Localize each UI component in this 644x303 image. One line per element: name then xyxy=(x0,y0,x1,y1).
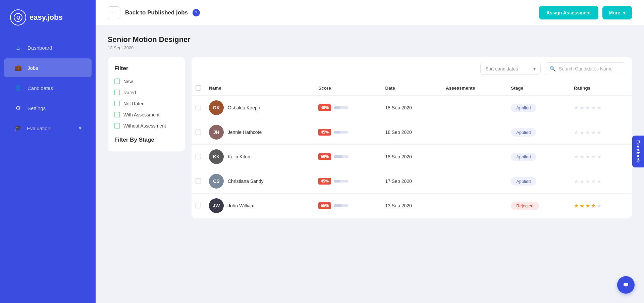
jobs-icon: 💼 xyxy=(14,64,22,72)
stage-badge: Applied xyxy=(511,128,536,137)
star-1: ★ xyxy=(574,203,579,209)
stage-badge: Applied xyxy=(511,104,536,112)
table-row: JW John William 55% 13 Sep 2020 Rejected… xyxy=(192,194,632,218)
row-checkbox[interactable] xyxy=(196,203,201,208)
star-rating[interactable]: ★★★★★ xyxy=(574,105,628,111)
row-checkbox[interactable] xyxy=(196,130,201,135)
sidebar-item-jobs[interactable]: 💼 Jobs xyxy=(4,58,92,77)
star-1: ★ xyxy=(574,129,579,136)
stage-cell: Applied xyxy=(507,120,570,145)
date-cell: 13 Sep 2020 xyxy=(381,194,442,218)
avatar: JW xyxy=(209,198,224,213)
stage-badge: Applied xyxy=(511,177,536,186)
filter-item-new[interactable]: New xyxy=(114,79,178,84)
assessments-cell xyxy=(442,120,507,145)
star-5: ★ xyxy=(597,154,601,160)
assessments-cell xyxy=(442,96,507,120)
filter-checkbox-not-rated[interactable] xyxy=(114,101,120,106)
col-date: Date xyxy=(381,81,442,96)
candidates-section: Sort candidates ▾ 🔍 Search Candidates Na… xyxy=(192,57,632,218)
name-cell: JW John William xyxy=(205,194,314,218)
score-bar xyxy=(334,180,348,183)
filter-checkbox-new[interactable] xyxy=(114,79,120,84)
star-rating[interactable]: ★★★★★ xyxy=(574,203,628,209)
star-4: ★ xyxy=(591,105,596,111)
more-button[interactable]: More ▾ xyxy=(602,6,632,19)
header-left: ← Back to Published jobs ? xyxy=(108,6,200,19)
assessments-cell xyxy=(442,194,507,218)
score-bar xyxy=(334,155,348,158)
feedback-tab[interactable]: Feedback xyxy=(632,136,644,168)
star-5: ★ xyxy=(597,178,601,185)
filter-label-not-rated: Not Rated xyxy=(123,101,145,106)
sort-dropdown[interactable]: Sort candidates ▾ xyxy=(480,63,541,75)
filter-item-not-rated[interactable]: Not Rated xyxy=(114,101,178,106)
score-badge: 59% xyxy=(318,153,331,160)
ratings-cell: ★★★★★ xyxy=(570,96,632,120)
filter-item-with-assessment[interactable]: With Assessment xyxy=(114,112,178,117)
svg-text:Q: Q xyxy=(16,15,20,20)
date-cell: 18 Sep 2020 xyxy=(381,96,442,120)
score-bar xyxy=(334,131,348,134)
ratings-cell: ★★★★★ xyxy=(570,194,632,218)
avatar: CS xyxy=(209,174,224,189)
row-checkbox[interactable] xyxy=(196,154,201,159)
row-checkbox-cell xyxy=(192,120,205,145)
star-2: ★ xyxy=(580,178,584,185)
row-checkbox[interactable] xyxy=(196,179,201,184)
filter-item-rated[interactable]: Rated xyxy=(114,90,178,95)
stage-cell: Applied xyxy=(507,96,570,120)
filter-checkbox-with-assessment[interactable] xyxy=(114,112,120,117)
star-5: ★ xyxy=(597,105,601,111)
name-cell: CS Christiana Sandy xyxy=(205,169,314,194)
info-icon[interactable]: ? xyxy=(193,9,200,16)
name-cell: OK Osbaldo Koepp xyxy=(205,96,314,120)
table-header-row: Sort candidates ▾ 🔍 Search Candidates Na… xyxy=(192,57,632,81)
table-row: OK Osbaldo Koepp 46% 18 Sep 2020 Applied… xyxy=(192,96,632,120)
name-cell: KK Kelin Kiton xyxy=(205,145,314,169)
filter-checkbox-rated[interactable] xyxy=(114,90,120,95)
filter-item-without-assessment[interactable]: Without Assessment xyxy=(114,123,178,129)
score-badge: 45% xyxy=(318,178,331,185)
star-2: ★ xyxy=(580,203,584,209)
filter-checkbox-without-assessment[interactable] xyxy=(114,123,120,129)
star-rating[interactable]: ★★★★★ xyxy=(574,129,628,136)
chat-bubble[interactable] xyxy=(617,276,635,294)
star-4: ★ xyxy=(591,154,596,160)
sidebar-item-label: Dashboard xyxy=(28,45,52,51)
search-box: 🔍 Search Candidates Name xyxy=(545,62,625,75)
assign-assessment-button[interactable]: Assign Assessment xyxy=(539,6,598,19)
row-checkbox[interactable] xyxy=(196,105,201,110)
sidebar-item-candidates[interactable]: 👤 Candidates xyxy=(4,79,92,97)
sidebar-item-evaluation[interactable]: 🎓 Evaluation ▾ xyxy=(4,119,92,138)
table-row: KK Kelin Kiton 59% 18 Sep 2020 Applied ★… xyxy=(192,145,632,169)
score-badge: 45% xyxy=(318,129,331,136)
name-cell: JH Jennie Hathcote xyxy=(205,120,314,145)
star-3: ★ xyxy=(585,105,590,111)
sidebar-item-label: Settings xyxy=(28,105,46,111)
stage-cell: Rejected xyxy=(507,194,570,218)
score-badge: 55% xyxy=(318,202,331,209)
select-all-checkbox[interactable] xyxy=(196,85,201,91)
avatar: OK xyxy=(209,100,224,115)
sort-chevron-icon: ▾ xyxy=(533,66,536,71)
col-assessments: Assessments xyxy=(442,81,507,96)
star-rating[interactable]: ★★★★★ xyxy=(574,178,628,185)
star-3: ★ xyxy=(585,129,590,136)
score-cell: 46% xyxy=(314,96,381,120)
date-cell: 18 Sep 2020 xyxy=(381,120,442,145)
star-5: ★ xyxy=(597,203,601,209)
sidebar-item-label: Evaluation xyxy=(27,125,50,131)
star-4: ★ xyxy=(591,203,596,209)
page-content: Senior Motion Designer 13 Sep, 2020 Filt… xyxy=(96,26,644,303)
stage-cell: Applied xyxy=(507,169,570,194)
back-button[interactable]: ← xyxy=(108,6,120,19)
sidebar-item-settings[interactable]: ⚙ Settings xyxy=(4,99,92,117)
filter-label-rated: Rated xyxy=(123,90,136,95)
sidebar-item-dashboard[interactable]: ⌂ Dashboard xyxy=(4,38,92,57)
star-2: ★ xyxy=(580,154,584,160)
score-badge: 46% xyxy=(318,104,331,111)
star-rating[interactable]: ★★★★★ xyxy=(574,154,628,160)
sort-label: Sort candidates xyxy=(485,66,518,71)
col-name: Name xyxy=(205,81,314,96)
